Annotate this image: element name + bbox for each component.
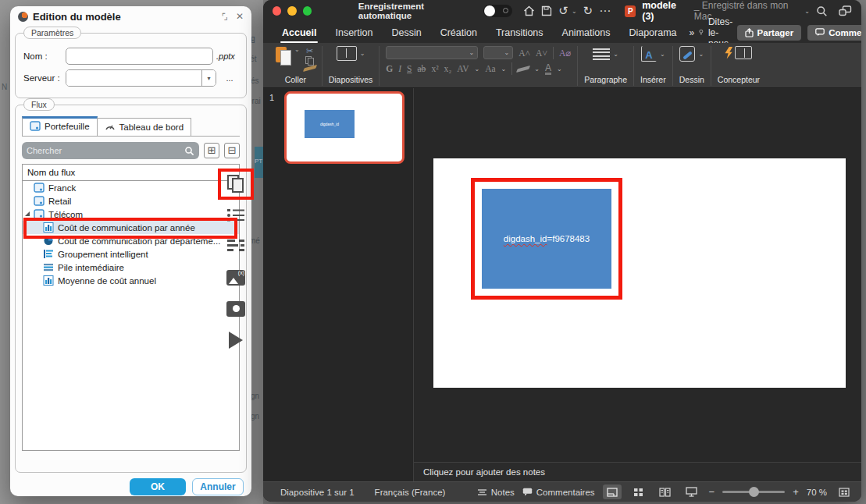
insert-button[interactable]: A ⌄ — [641, 46, 665, 62]
block-list-button[interactable] — [219, 231, 252, 262]
normal-view-button[interactable] — [603, 484, 622, 499]
bullet-list-button[interactable] — [219, 200, 252, 231]
superscript-button[interactable]: x² — [431, 64, 438, 73]
more-tools-icon[interactable]: ⋯ — [599, 4, 611, 18]
expand-icon[interactable]: ⌜⌟ — [222, 12, 226, 22]
autosave-toggle[interactable] — [483, 5, 512, 17]
zoom-level-label[interactable]: 70 % — [807, 488, 827, 497]
tree-item-pile[interactable]: Pile intemédiaire — [23, 261, 239, 274]
tree-item-telecom[interactable]: Télécom — [23, 208, 239, 221]
tab-creation[interactable]: Création — [431, 24, 486, 41]
tree-item-groupement[interactable]: Groupement intelligent — [23, 247, 239, 261]
strikethrough-button[interactable]: ab — [418, 64, 426, 73]
copy-icon[interactable] — [305, 56, 315, 66]
zoom-slider[interactable] — [722, 491, 785, 493]
home-icon[interactable] — [523, 5, 535, 16]
server-dropdown-icon[interactable]: ▾ — [201, 70, 216, 86]
fit-slide-button[interactable] — [835, 484, 854, 499]
character-spacing-button[interactable]: AV — [457, 64, 469, 73]
tabs-overflow-icon[interactable]: » — [690, 27, 695, 38]
notes-toggle[interactable]: Notes — [477, 488, 515, 497]
document-title[interactable]: modele (3) — [642, 0, 688, 22]
redo-icon[interactable]: ↻ — [583, 4, 593, 18]
format-painter-icon[interactable] — [303, 65, 317, 72]
paragraph-button[interactable]: ⌄ — [593, 46, 618, 62]
comments-toggle[interactable]: Commentaires — [522, 488, 595, 497]
language-label[interactable]: Français (France) — [375, 488, 446, 497]
slide-thumbnail[interactable]: digdash_id — [284, 91, 404, 164]
share-button[interactable]: Partager — [737, 25, 802, 41]
expanded-caret-icon[interactable] — [25, 211, 30, 216]
digdash-placeholder-box[interactable]: digdash_id=f9678483 — [482, 189, 611, 289]
server-combobox: ▾ — [66, 69, 216, 87]
title-chevron-icon[interactable]: ⌄ — [804, 8, 810, 15]
decrease-font-button[interactable]: A˅ — [536, 48, 547, 58]
expand-all-button[interactable]: ⊞ — [204, 143, 219, 158]
underline-button[interactable]: S — [407, 64, 412, 73]
new-slide-button[interactable]: ⌄ — [337, 46, 365, 61]
reading-view-button[interactable] — [656, 484, 675, 499]
undo-chevron-icon[interactable]: ⌄ — [572, 8, 577, 15]
undo-icon[interactable]: ↺ — [558, 4, 568, 18]
tab-portefeuille[interactable]: Portefeuille — [22, 116, 98, 136]
tree-item-retail[interactable]: Retail — [23, 194, 239, 208]
bold-button[interactable]: G — [386, 64, 393, 73]
notes-pane[interactable]: Cliquez pour ajouter des notes — [414, 462, 861, 481]
tab-tableau-de-bord[interactable]: Tableau de bord — [98, 118, 191, 136]
highlight-pen-icon[interactable] — [516, 65, 530, 72]
copy-slide-button[interactable] — [219, 169, 252, 200]
font-size-dropdown[interactable]: ⌄ — [483, 46, 513, 59]
tree-item-moyenne[interactable]: Moyenne de coût annuel — [23, 274, 239, 287]
slideshow-view-button[interactable] — [682, 484, 701, 499]
presence-share-icon[interactable] — [839, 5, 852, 16]
zoom-slider-knob[interactable] — [749, 487, 759, 497]
digdash-id-value: =f9678483 — [547, 234, 590, 243]
search-icon[interactable] — [816, 5, 828, 17]
minimize-traffic-light[interactable] — [287, 6, 296, 16]
paste-chevron-icon[interactable]: ⌄ — [294, 46, 300, 53]
tree-item-cout-par-annee[interactable]: Coût de communication par année — [23, 221, 239, 234]
name-input[interactable] — [66, 48, 213, 65]
cancel-button[interactable]: Annuler — [192, 478, 244, 495]
snapshot-button[interactable] — [219, 293, 252, 325]
tab-insertion[interactable]: Insertion — [326, 24, 382, 41]
slide[interactable]: digdash_id=f9678483 — [433, 158, 846, 388]
italic-button[interactable]: I — [398, 64, 401, 73]
subscript-button[interactable]: x₂ — [444, 64, 452, 73]
tree-item-franck[interactable]: Franck — [23, 181, 239, 194]
designer-button[interactable] — [725, 46, 752, 59]
zoom-out-icon[interactable]: − — [709, 486, 715, 498]
tab-animations[interactable]: Animations — [553, 24, 620, 41]
paste-button[interactable]: ⌄ — [276, 46, 300, 66]
close-icon[interactable]: ✕ — [236, 11, 244, 22]
play-button[interactable] — [219, 325, 252, 356]
tab-diaporama[interactable]: Diaporama — [619, 24, 686, 41]
tab-accueil[interactable]: Accueil — [273, 24, 326, 41]
font-color-button[interactable]: A — [545, 63, 551, 75]
zoom-in-icon[interactable]: + — [793, 486, 799, 498]
font-name-dropdown[interactable]: ⌄ — [386, 46, 478, 59]
clear-formatting-button[interactable]: A⌀ — [559, 48, 571, 59]
ok-button[interactable]: OK — [130, 478, 186, 495]
save-icon[interactable] — [541, 5, 552, 16]
zoom-traffic-light[interactable] — [303, 6, 312, 16]
titlebar-right — [816, 5, 852, 17]
slide-sorter-view-button[interactable] — [629, 484, 648, 499]
search-input[interactable] — [27, 146, 184, 155]
close-traffic-light[interactable] — [273, 6, 281, 16]
server-browse-button[interactable]: ... — [221, 73, 238, 83]
collapse-all-button[interactable]: ⊟ — [224, 143, 240, 158]
increase-font-button[interactable]: A˄ — [519, 48, 530, 58]
tab-transitions[interactable]: Transitions — [486, 24, 553, 41]
change-case-button[interactable]: Aa — [485, 64, 495, 73]
main-area: 1 digdash_id digdash_id=f9678483 — [263, 88, 861, 481]
slides-chevron-icon[interactable]: ⌄ — [360, 50, 365, 57]
cut-icon[interactable]: ✂ — [306, 46, 313, 55]
tab-dessin[interactable]: Dessin — [382, 24, 430, 41]
search-field[interactable] — [22, 142, 199, 159]
tree-item-cout-par-departement[interactable]: Coût de communication par départeme... — [23, 234, 239, 247]
draw-button[interactable]: ⌄ — [679, 46, 704, 62]
image-variable-button[interactable]: (x) — [219, 262, 252, 293]
comments-button[interactable]: Commentaires — [807, 25, 861, 41]
server-input[interactable] — [66, 70, 201, 86]
